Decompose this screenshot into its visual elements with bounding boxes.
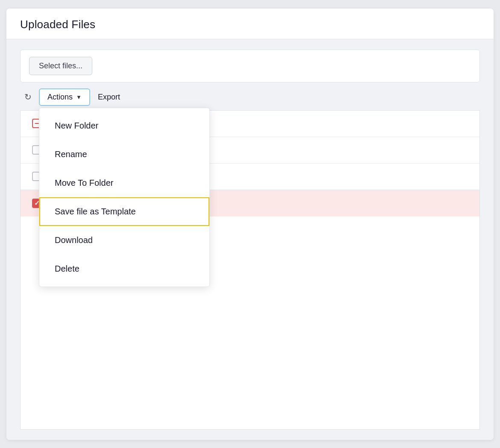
toolbar-and-table: ↻ Actions ▼ New Folder Rename Move To Fo… xyxy=(20,82,480,430)
actions-dropdown-menu: New Folder Rename Move To Folder Save fi… xyxy=(39,108,210,287)
actions-button[interactable]: Actions ▼ xyxy=(39,88,90,106)
dropdown-item-new-folder[interactable]: New Folder xyxy=(39,111,209,140)
chevron-down-icon: ▼ xyxy=(76,94,82,100)
dropdown-item-rename[interactable]: Rename xyxy=(39,140,209,169)
actions-label: Actions xyxy=(47,93,73,102)
main-panel: Uploaded Files Select files... ↻ Actions… xyxy=(6,9,494,440)
dropdown-item-save-template[interactable]: Save file as Template xyxy=(39,197,209,226)
select-files-button[interactable]: Select files... xyxy=(29,57,92,75)
page-title: Uploaded Files xyxy=(20,18,480,31)
dropdown-item-move-to-folder[interactable]: Move To Folder xyxy=(39,169,209,197)
dropdown-item-delete[interactable]: Delete xyxy=(39,255,209,283)
panel-header: Uploaded Files xyxy=(6,9,494,39)
export-button[interactable]: Export xyxy=(90,89,128,105)
panel-body: Select files... ↻ Actions ▼ New Folder R… xyxy=(6,39,494,440)
top-bar: Select files... xyxy=(20,50,480,82)
refresh-icon[interactable]: ↻ xyxy=(20,89,35,105)
dropdown-item-download[interactable]: Download xyxy=(39,226,209,255)
actions-dropdown-wrapper: Actions ▼ New Folder Rename Move To Fold… xyxy=(39,88,90,106)
toolbar: ↻ Actions ▼ New Folder Rename Move To Fo… xyxy=(20,82,480,106)
